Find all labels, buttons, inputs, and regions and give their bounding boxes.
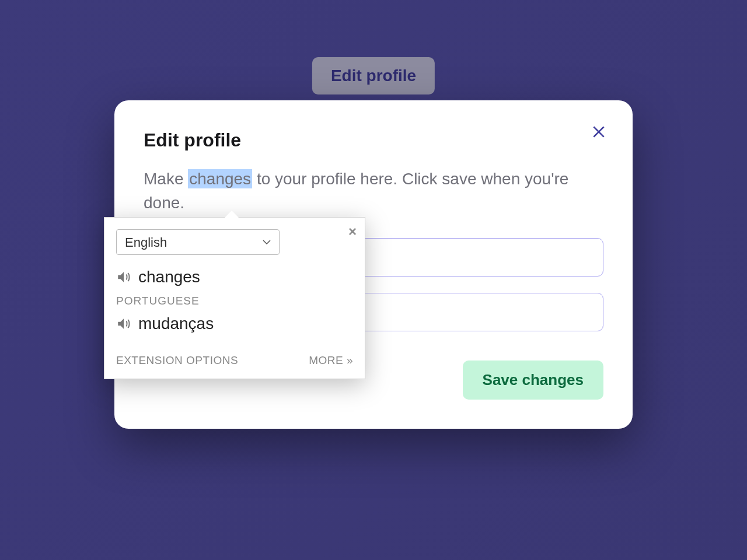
speaker-icon[interactable]: [116, 316, 131, 331]
dialog-close-button[interactable]: [588, 121, 609, 142]
speaker-icon[interactable]: [116, 270, 131, 285]
translate-popup: × English changes PORTUGUESE mudanças EX…: [104, 217, 365, 379]
target-language-label: PORTUGUESE: [116, 295, 353, 307]
save-button[interactable]: Save changes: [463, 360, 603, 400]
extension-options-link[interactable]: EXTENSION OPTIONS: [116, 354, 238, 367]
source-word-row: changes: [116, 268, 353, 286]
more-link[interactable]: MORE »: [309, 354, 353, 367]
target-word: mudanças: [138, 314, 214, 333]
highlighted-word[interactable]: changes: [188, 169, 252, 188]
source-word: changes: [138, 268, 200, 286]
close-icon: [591, 124, 606, 139]
translate-footer: EXTENSION OPTIONS MORE »: [116, 354, 353, 367]
description-prefix: Make: [144, 170, 188, 188]
dialog-title: Edit profile: [144, 130, 603, 151]
target-word-row: mudanças: [116, 314, 353, 333]
language-select[interactable]: English: [116, 229, 280, 255]
edit-profile-trigger-button[interactable]: Edit profile: [312, 57, 435, 94]
translate-close-button[interactable]: ×: [348, 223, 357, 240]
dialog-description: Make changes to your profile here. Click…: [144, 167, 603, 215]
